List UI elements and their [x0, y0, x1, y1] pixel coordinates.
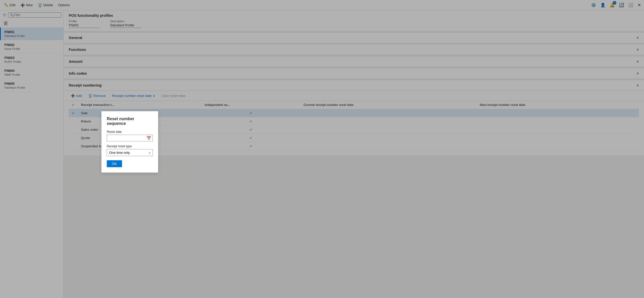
- reset-date-input[interactable]: [107, 135, 145, 141]
- receipt-reset-type-field: Receipt reset type One time onlyDailyWee…: [107, 144, 153, 156]
- receipt-reset-type-label: Receipt reset type: [107, 144, 153, 148]
- reset-type-select-wrap: One time onlyDailyWeeklyMonthlyYearly ∨: [107, 149, 153, 156]
- dialog-actions: OK: [107, 160, 153, 167]
- reset-date-input-wrap: 📅: [107, 135, 153, 141]
- ok-button[interactable]: OK: [107, 160, 122, 167]
- dialog-title: Reset number sequence: [107, 117, 153, 126]
- reset-date-label: Reset date: [107, 130, 153, 134]
- reset-date-field: Reset date 📅: [107, 130, 153, 141]
- dialog-overlay: Reset number sequence Reset date 📅 Recei…: [0, 0, 644, 298]
- reset-type-select[interactable]: One time onlyDailyWeeklyMonthlyYearly: [107, 149, 153, 156]
- calendar-icon[interactable]: 📅: [145, 135, 153, 141]
- reset-number-dialog: Reset number sequence Reset date 📅 Recei…: [101, 111, 158, 173]
